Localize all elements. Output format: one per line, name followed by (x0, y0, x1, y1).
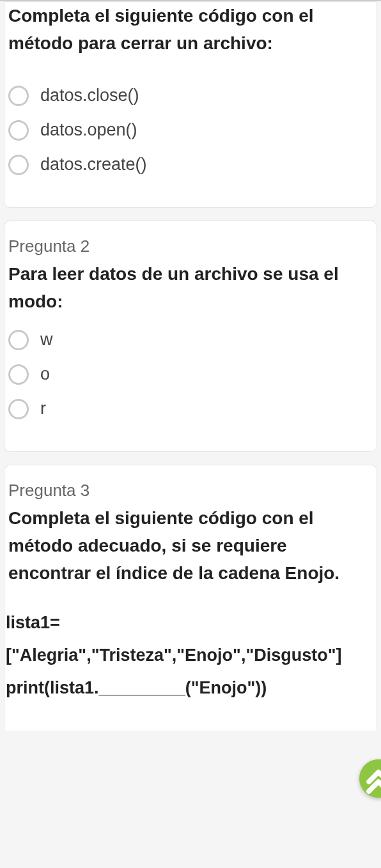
chevron-up-double-icon (359, 759, 381, 798)
option-radio[interactable]: datos.create() (8, 155, 373, 175)
option-radio[interactable]: r (8, 399, 373, 419)
question-options: w o r (4, 323, 377, 419)
question-text: Para leer datos de un archivo se usa el … (4, 260, 377, 323)
question-text: Completa el siguiente código con el méto… (4, 2, 377, 65)
option-label: datos.close() (40, 86, 139, 105)
question-label: Pregunta 2 (4, 221, 377, 260)
radio-icon (8, 364, 29, 385)
option-label: o (40, 364, 50, 384)
radio-icon (8, 330, 29, 350)
question-card-3: Pregunta 3 Completa el siguiente código … (4, 465, 377, 731)
option-radio[interactable]: w (8, 330, 373, 350)
question-card-2: Pregunta 2 Para leer datos de un archivo… (4, 221, 377, 452)
option-label: r (40, 399, 46, 419)
question-options: datos.close() datos.open() datos.create(… (4, 65, 377, 175)
option-label: w (40, 330, 53, 350)
option-label: datos.create() (40, 155, 147, 174)
radio-icon (8, 120, 29, 141)
question-code: lista1=["Alegria","Tristeza","Enojo","Di… (4, 595, 377, 705)
option-radio[interactable]: o (8, 364, 373, 385)
radio-icon (8, 399, 29, 419)
code-line-1: lista1=["Alegria","Tristeza","Enojo","Di… (6, 613, 341, 698)
question-label: Pregunta 3 (4, 465, 377, 504)
scroll-to-top-button[interactable] (359, 759, 381, 798)
option-radio[interactable]: datos.open() (8, 120, 373, 141)
question-card-1: Completa el siguiente código con el méto… (4, 1, 377, 208)
question-text: Completa el siguiente código con el méto… (4, 504, 377, 595)
radio-icon (8, 86, 29, 106)
option-label: datos.open() (40, 120, 137, 140)
option-radio[interactable]: datos.close() (8, 86, 373, 106)
radio-icon (8, 155, 29, 175)
